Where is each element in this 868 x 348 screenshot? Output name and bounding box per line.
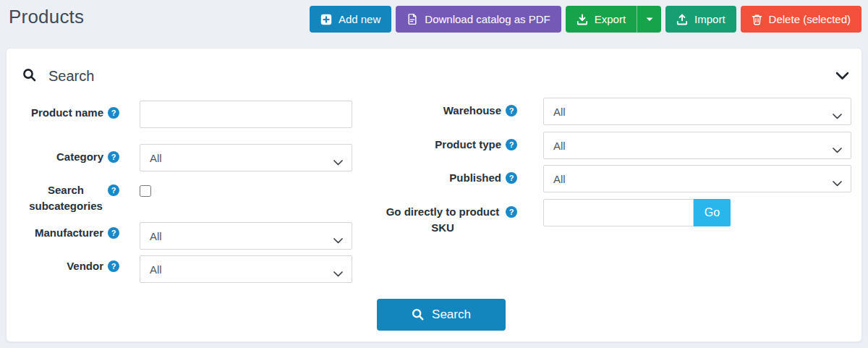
- search-panel: Search Product name Category All Search …: [6, 48, 862, 342]
- download-icon: [576, 14, 588, 25]
- trash-icon: [752, 14, 762, 25]
- vendor-select[interactable]: All: [140, 255, 352, 283]
- help-icon[interactable]: [108, 227, 119, 239]
- chevron-down-icon: [835, 72, 849, 80]
- category-select[interactable]: All: [140, 144, 352, 171]
- import-label: Import: [694, 13, 726, 25]
- page-header: Products Add new Download catalog as PDF: [0, 0, 868, 42]
- product-type-select[interactable]: All: [543, 132, 851, 159]
- published-select[interactable]: All: [543, 165, 851, 192]
- search-panel-title: Search: [48, 68, 94, 85]
- product-type-label: Product type: [375, 137, 517, 153]
- search-icon: [412, 308, 425, 321]
- help-icon[interactable]: [108, 260, 119, 272]
- search-button[interactable]: Search: [377, 299, 506, 331]
- delete-selected-button[interactable]: Delete (selected): [741, 6, 861, 33]
- help-icon[interactable]: [506, 172, 517, 184]
- add-new-button[interactable]: Add new: [310, 6, 391, 33]
- import-button[interactable]: Import: [665, 6, 736, 33]
- chevron-down-icon: [833, 177, 842, 190]
- help-icon[interactable]: [108, 151, 119, 163]
- download-catalog-pdf-label: Download catalog as PDF: [425, 13, 550, 25]
- published-label: Published: [375, 170, 517, 186]
- search-subcategories-label: Search subcategories: [17, 182, 119, 214]
- product-name-label: Product name: [17, 105, 119, 121]
- chevron-down-icon: [833, 143, 842, 156]
- toolbar: Add new Download catalog as PDF Export: [310, 6, 861, 33]
- add-new-label: Add new: [339, 13, 380, 25]
- go-button[interactable]: Go: [694, 199, 731, 226]
- chevron-down-icon: [333, 234, 343, 247]
- export-label: Export: [595, 13, 626, 25]
- upload-icon: [676, 14, 688, 25]
- chevron-down-icon: [333, 267, 343, 280]
- help-icon[interactable]: [506, 206, 517, 218]
- file-pdf-icon: [407, 13, 418, 25]
- delete-selected-label: Delete (selected): [769, 13, 851, 25]
- download-catalog-pdf-button[interactable]: Download catalog as PDF: [396, 6, 561, 33]
- manufacturer-select[interactable]: All: [140, 222, 352, 250]
- export-button[interactable]: Export: [566, 6, 637, 33]
- search-subcategories-checkbox[interactable]: [140, 185, 151, 197]
- chevron-down-icon: [833, 109, 842, 122]
- plus-square-icon: [320, 14, 332, 25]
- export-split-button: Export: [566, 6, 661, 33]
- warehouse-label: Warehouse: [375, 103, 517, 119]
- product-name-input[interactable]: [140, 101, 352, 128]
- export-dropdown-toggle[interactable]: [637, 6, 661, 33]
- chevron-down-icon: [333, 156, 343, 169]
- search-icon: [22, 68, 37, 85]
- vendor-label: Vendor: [17, 258, 119, 274]
- sku-input[interactable]: [543, 199, 694, 226]
- panel-collapse-toggle[interactable]: [835, 72, 849, 82]
- help-icon[interactable]: [108, 184, 119, 196]
- warehouse-select[interactable]: All: [543, 98, 851, 125]
- search-button-label: Search: [432, 307, 471, 322]
- help-icon[interactable]: [506, 139, 517, 150]
- help-icon[interactable]: [108, 107, 119, 119]
- category-label: Category: [17, 149, 119, 165]
- help-icon[interactable]: [506, 105, 517, 116]
- manufacturer-label: Manufacturer: [17, 225, 119, 241]
- page-title: Products: [9, 6, 84, 28]
- go-to-sku-label: Go directly to product SKU: [375, 204, 517, 236]
- caret-down-icon: [645, 17, 654, 22]
